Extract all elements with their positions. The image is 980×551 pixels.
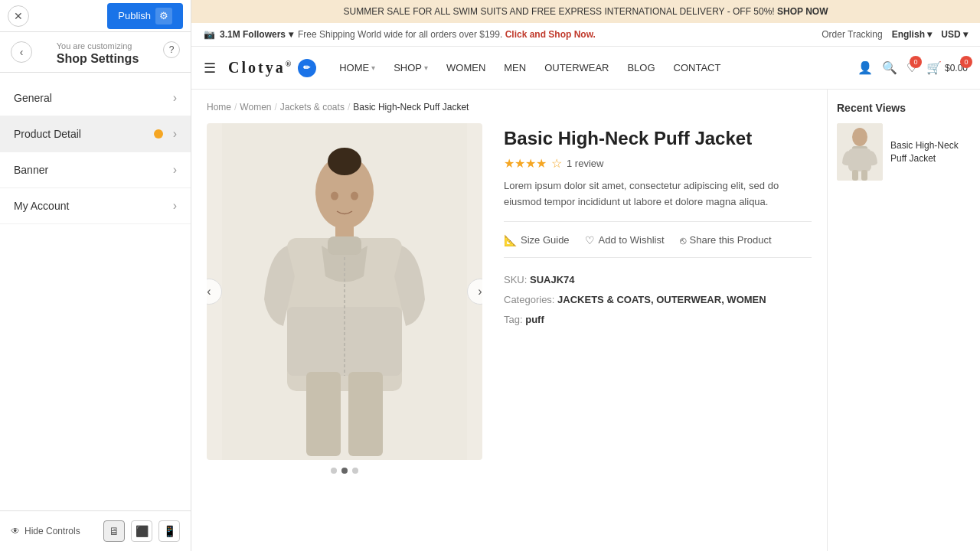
sidebar-item-my-account[interactable]: My Account › bbox=[0, 188, 191, 224]
breadcrumb-women[interactable]: Women bbox=[240, 102, 271, 112]
hamburger-button[interactable]: ☰ bbox=[204, 60, 216, 77]
svg-rect-7 bbox=[348, 372, 383, 456]
review-count[interactable]: 1 review bbox=[567, 158, 603, 169]
lang-chevron-icon: ▾ bbox=[927, 29, 932, 40]
chevron-right-icon: › bbox=[173, 163, 177, 177]
svg-rect-16 bbox=[852, 170, 858, 181]
sidebar-item-label: Product Detail bbox=[14, 128, 81, 140]
add-to-wishlist-button[interactable]: ♡ Add to Wishlist bbox=[585, 234, 665, 246]
help-button[interactable]: ? bbox=[163, 41, 180, 58]
free-shipping-text: Free Shipping World wide for all orders … bbox=[298, 29, 596, 40]
back-button[interactable]: ‹ bbox=[11, 41, 32, 63]
wishlist-button[interactable]: ♡ 0 bbox=[906, 60, 917, 75]
customizing-label: You are customizing bbox=[57, 41, 139, 51]
customizing-text-block: You are customizing Shop Settings bbox=[57, 41, 139, 66]
content-area: Home / Women / Jackets & coats / Basic H… bbox=[191, 90, 980, 551]
desktop-view-button[interactable]: 🖥 bbox=[103, 520, 125, 542]
sidebar-item-label: General bbox=[14, 92, 52, 104]
size-guide-button[interactable]: 📐 Size Guide bbox=[504, 234, 570, 246]
second-bar: 📷 3.1M Followers ▾ Free Shipping World w… bbox=[191, 23, 980, 47]
product-image bbox=[207, 123, 482, 460]
image-dot[interactable] bbox=[352, 468, 358, 474]
tag-value: puff bbox=[525, 314, 544, 325]
nav-link-blog[interactable]: BLOG bbox=[619, 56, 662, 80]
share-label: Share this Product bbox=[690, 234, 772, 246]
customizing-header: ‹ You are customizing Shop Settings ? bbox=[0, 32, 191, 73]
currency-selector[interactable]: USD ▾ bbox=[941, 29, 968, 40]
nav-link-women[interactable]: WOMEN bbox=[439, 56, 493, 80]
eye-icon: 👁 bbox=[11, 526, 20, 536]
brand-edit-icon[interactable]: ✏ bbox=[298, 59, 316, 77]
shop-settings-label: Shop Settings bbox=[57, 52, 139, 66]
nav-link-contact[interactable]: CONTACT bbox=[666, 56, 729, 80]
recent-item[interactable]: Basic High-Neck Puff Jacket bbox=[837, 123, 971, 181]
nav-link-home[interactable]: HOME ▾ bbox=[332, 56, 383, 80]
categories-label: Categories: bbox=[504, 294, 554, 305]
svg-rect-17 bbox=[861, 170, 867, 181]
recent-views-panel: Recent Views Basic High-Neck Puff Jacket bbox=[827, 90, 980, 551]
size-guide-label: Size Guide bbox=[521, 234, 570, 246]
image-dot-active[interactable] bbox=[341, 468, 348, 474]
tag-link[interactable]: puff bbox=[525, 314, 544, 325]
sidebar-item-general[interactable]: General › bbox=[0, 80, 191, 116]
nav-link-men[interactable]: MEN bbox=[496, 56, 534, 80]
tablet-view-button[interactable]: ⬛ bbox=[131, 520, 152, 542]
svg-rect-9 bbox=[328, 236, 361, 255]
categories-value[interactable]: JACKETS & COATS, OUTERWEAR, WOMEN bbox=[557, 294, 766, 305]
publish-button[interactable]: Publish ⚙ bbox=[107, 3, 183, 29]
main-nav-links: HOME ▾ SHOP ▾ WOMEN MEN OUTERWEAR BLOG C… bbox=[332, 56, 858, 80]
breadcrumb-current: Basic High-Neck Puff Jacket bbox=[353, 102, 469, 112]
recent-views-title: Recent Views bbox=[837, 102, 971, 114]
product-layout: ‹ › Basic High-Neck Puff Jacket ★★★★ ☆ bbox=[207, 123, 812, 474]
mobile-view-button[interactable]: 📱 bbox=[158, 520, 180, 542]
sidebar-item-product-detail[interactable]: Product Detail › bbox=[0, 116, 191, 152]
nav-link-shop[interactable]: SHOP ▾ bbox=[386, 56, 436, 80]
close-button[interactable]: ✕ bbox=[8, 5, 29, 27]
categories-link[interactable]: JACKETS & COATS, OUTERWEAR, WOMEN bbox=[557, 294, 766, 305]
top-banner: SUMMER SALE FOR ALL SWIM SUITS AND FREE … bbox=[191, 0, 980, 23]
hide-controls-button[interactable]: 👁 Hide Controls bbox=[11, 526, 80, 536]
click-shop-link[interactable]: Click and Shop Now. bbox=[505, 29, 596, 40]
chevron-right-icon: › bbox=[173, 127, 177, 141]
brand-text-label: Clotya bbox=[228, 59, 286, 76]
shop-dropdown-arrow: ▾ bbox=[424, 64, 428, 72]
product-area: Home / Women / Jackets & coats / Basic H… bbox=[191, 90, 827, 551]
brand-registered: ® bbox=[286, 60, 293, 68]
wishlist-badge: 0 bbox=[910, 56, 922, 68]
sidebar-nav: General › Product Detail › Banner › My A… bbox=[0, 73, 191, 510]
main-content: SUMMER SALE FOR ALL SWIM SUITS AND FREE … bbox=[191, 0, 980, 551]
svg-point-11 bbox=[351, 192, 358, 201]
search-button[interactable]: 🔍 bbox=[882, 60, 897, 75]
svg-point-10 bbox=[331, 192, 338, 201]
product-categories-row: Categories: JACKETS & COATS, OUTERWEAR, … bbox=[504, 290, 812, 310]
followers-button[interactable]: 3.1M Followers ▾ bbox=[220, 29, 293, 40]
svg-rect-15 bbox=[848, 148, 871, 171]
nav-link-outerwear[interactable]: OUTERWEAR bbox=[537, 56, 616, 80]
sidebar-item-label: My Account bbox=[14, 200, 69, 212]
tag-label: Tag: bbox=[504, 314, 523, 325]
brand-logo[interactable]: Clotya® ✏ bbox=[228, 59, 316, 77]
chevron-right-icon: › bbox=[173, 91, 177, 105]
image-dots bbox=[207, 468, 482, 474]
second-bar-right: Order Tracking English ▾ USD ▾ bbox=[822, 29, 968, 40]
product-meta: SKU: SUAJK74 Categories: JACKETS & COATS… bbox=[504, 270, 812, 330]
product-rating: ★★★★ ☆ 1 review bbox=[504, 156, 812, 171]
svg-point-3 bbox=[328, 148, 361, 175]
banner-cta[interactable]: SHOP NOW bbox=[777, 6, 828, 17]
image-dot[interactable] bbox=[331, 468, 337, 474]
hide-controls-label: Hide Controls bbox=[24, 526, 80, 536]
language-selector[interactable]: English ▾ bbox=[892, 29, 933, 40]
order-tracking-link[interactable]: Order Tracking bbox=[822, 29, 882, 40]
currency-label: USD bbox=[941, 29, 960, 40]
sidebar-item-banner[interactable]: Banner › bbox=[0, 152, 191, 188]
cart-button[interactable]: 🛒 0 $0.00 bbox=[926, 60, 968, 75]
second-bar-left: 📷 3.1M Followers ▾ Free Shipping World w… bbox=[204, 29, 596, 40]
breadcrumb-category[interactable]: Jackets & coats bbox=[280, 102, 345, 112]
account-button[interactable]: 👤 bbox=[858, 60, 873, 75]
cart-icon: 🛒 bbox=[926, 60, 942, 75]
chevron-right-icon: › bbox=[173, 199, 177, 213]
breadcrumb-home[interactable]: Home bbox=[207, 102, 231, 112]
gear-icon[interactable]: ⚙ bbox=[155, 8, 172, 24]
breadcrumb-sep2: / bbox=[275, 102, 277, 112]
share-product-button[interactable]: ⎋ Share this Product bbox=[680, 234, 772, 246]
